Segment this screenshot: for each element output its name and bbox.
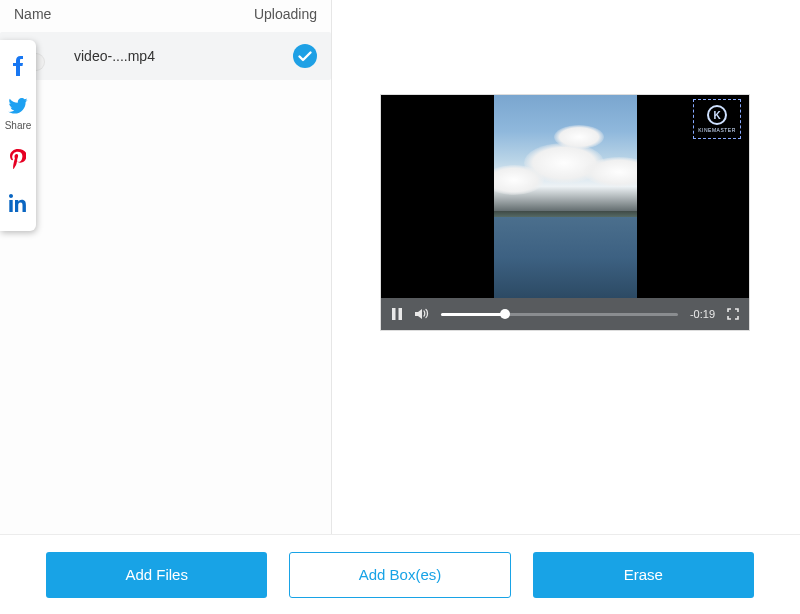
share-pinterest[interactable] xyxy=(0,137,36,181)
kinemaster-icon: K xyxy=(707,105,727,125)
svg-point-0 xyxy=(293,44,317,68)
share-twitter[interactable] xyxy=(0,88,36,124)
video-controls: -0:19 xyxy=(381,298,749,330)
add-files-button[interactable]: Add Files xyxy=(46,552,267,598)
fullscreen-icon xyxy=(727,308,739,320)
social-share-bar: Share xyxy=(0,40,36,231)
table-row[interactable]: video-....mp4 xyxy=(0,32,331,80)
video-player: K KINEMASTER -0:19 xyxy=(380,94,750,331)
video-canvas[interactable]: K KINEMASTER xyxy=(381,95,749,298)
volume-icon xyxy=(415,308,429,320)
erase-button[interactable]: Erase xyxy=(533,552,754,598)
pinterest-icon xyxy=(10,149,26,169)
progress-bar[interactable] xyxy=(441,313,678,316)
watermark-box[interactable]: K KINEMASTER xyxy=(693,99,741,139)
pause-icon xyxy=(391,308,403,320)
upload-complete-icon xyxy=(293,44,317,68)
twitter-icon xyxy=(8,98,28,114)
share-label: Share xyxy=(5,120,32,131)
preview-panel: K KINEMASTER -0:19 xyxy=(332,0,800,534)
column-header-status: Uploading xyxy=(254,6,317,22)
file-list-header: Name Uploading xyxy=(0,0,331,32)
time-remaining: -0:19 xyxy=(690,308,715,320)
watermark-text: KINEMASTER xyxy=(698,127,736,133)
share-linkedin[interactable] xyxy=(0,181,36,225)
main-container: Name Uploading video-....mp4 K xyxy=(0,0,800,534)
file-list-panel: Name Uploading video-....mp4 xyxy=(0,0,332,534)
share-facebook[interactable] xyxy=(0,44,36,88)
progress-thumb[interactable] xyxy=(500,309,510,319)
add-boxes-button[interactable]: Add Box(es) xyxy=(289,552,510,598)
facebook-icon xyxy=(12,56,24,76)
bottom-toolbar: Add Files Add Box(es) Erase xyxy=(0,534,800,614)
volume-button[interactable] xyxy=(415,308,429,320)
fullscreen-button[interactable] xyxy=(727,308,739,320)
pause-button[interactable] xyxy=(391,308,403,320)
linkedin-icon xyxy=(9,194,27,212)
video-frame xyxy=(494,95,637,298)
svg-rect-1 xyxy=(392,308,396,320)
svg-rect-2 xyxy=(399,308,403,320)
column-header-name: Name xyxy=(14,6,51,22)
